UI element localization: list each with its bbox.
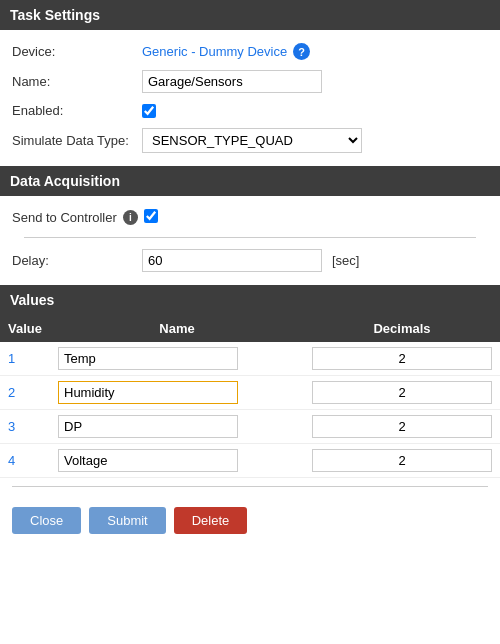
values-header: Values: [0, 285, 500, 315]
name-field[interactable]: [58, 347, 238, 370]
name-input[interactable]: [142, 70, 322, 93]
values-table-header-row: Value Name Decimals: [0, 315, 500, 342]
task-settings-header: Task Settings: [0, 0, 500, 30]
send-controller-checkbox[interactable]: [144, 209, 158, 223]
simulate-select[interactable]: SENSOR_TYPE_QUAD: [142, 128, 362, 153]
delay-label: Delay:: [12, 253, 142, 268]
row-name-cell: [50, 444, 304, 478]
values-section: Values Value Name Decimals 1234: [0, 285, 500, 487]
enabled-value: [142, 104, 156, 118]
delay-value: [sec]: [142, 249, 359, 272]
delay-unit: [sec]: [332, 253, 359, 268]
row-value: 3: [0, 410, 50, 444]
info-icon[interactable]: i: [123, 210, 138, 225]
decimals-field[interactable]: [312, 381, 492, 404]
delay-row: Delay: [sec]: [12, 244, 488, 277]
table-row: 4: [0, 444, 500, 478]
enabled-label: Enabled:: [12, 103, 142, 118]
send-controller-check: [144, 209, 158, 226]
table-row: 3: [0, 410, 500, 444]
col-decimals: Decimals: [304, 315, 500, 342]
name-field[interactable]: [58, 449, 238, 472]
buttons-row: Close Submit Delete: [0, 493, 500, 548]
send-controller-row: Send to Controller i: [12, 204, 488, 231]
simulate-row: Simulate Data Type: SENSOR_TYPE_QUAD: [12, 123, 488, 158]
device-link[interactable]: Generic - Dummy Device: [142, 44, 287, 59]
col-name: Name: [50, 315, 304, 342]
row-value: 2: [0, 376, 50, 410]
submit-button[interactable]: Submit: [89, 507, 165, 534]
device-label: Device:: [12, 44, 142, 59]
row-name-cell: [50, 342, 304, 376]
delay-input[interactable]: [142, 249, 322, 272]
col-value: Value: [0, 315, 50, 342]
name-value: [142, 70, 322, 93]
delete-button[interactable]: Delete: [174, 507, 248, 534]
help-icon[interactable]: ?: [293, 43, 310, 60]
close-button[interactable]: Close: [12, 507, 81, 534]
data-acquisition-section: Data Acquisition Send to Controller i De…: [0, 166, 500, 285]
simulate-value: SENSOR_TYPE_QUAD: [142, 128, 362, 153]
decimals-field[interactable]: [312, 415, 492, 438]
simulate-label: Simulate Data Type:: [12, 133, 142, 148]
decimals-field[interactable]: [312, 449, 492, 472]
values-table: Value Name Decimals 1234: [0, 315, 500, 478]
row-value: 1: [0, 342, 50, 376]
data-acquisition-header: Data Acquisition: [0, 166, 500, 196]
name-row: Name:: [12, 65, 488, 98]
row-name-cell: [50, 376, 304, 410]
divider-2: [12, 486, 488, 487]
row-decimals-cell: [304, 410, 500, 444]
row-decimals-cell: [304, 444, 500, 478]
name-field[interactable]: [58, 415, 238, 438]
divider-1: [24, 237, 476, 238]
decimals-field[interactable]: [312, 347, 492, 370]
enabled-checkbox[interactable]: [142, 104, 156, 118]
table-row: 2: [0, 376, 500, 410]
row-decimals-cell: [304, 376, 500, 410]
table-row: 1: [0, 342, 500, 376]
send-controller-label: Send to Controller: [12, 210, 117, 225]
name-field[interactable]: [58, 381, 238, 404]
row-value: 4: [0, 444, 50, 478]
row-decimals-cell: [304, 342, 500, 376]
device-value: Generic - Dummy Device ?: [142, 43, 310, 60]
row-name-cell: [50, 410, 304, 444]
enabled-row: Enabled:: [12, 98, 488, 123]
task-settings-section: Task Settings Device: Generic - Dummy De…: [0, 0, 500, 166]
device-row: Device: Generic - Dummy Device ?: [12, 38, 488, 65]
name-label: Name:: [12, 74, 142, 89]
